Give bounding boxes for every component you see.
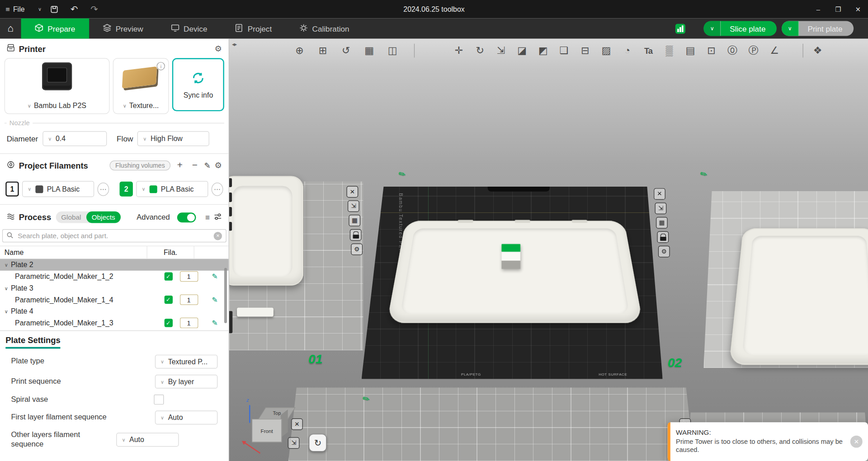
filament-number-box[interactable]: 1	[179, 294, 198, 305]
split-layout-icon[interactable]: ◫	[385, 43, 400, 58]
home-button[interactable]: ⌂	[0, 18, 21, 38]
filament-2-index[interactable]: 2	[119, 182, 132, 197]
wipe-tower-left[interactable]	[237, 308, 274, 317]
plate-02-label[interactable]: 02	[668, 355, 682, 370]
filament-edit-icon[interactable]: ✎	[204, 161, 211, 170]
plate-orient-icon[interactable]: ⇲	[348, 200, 359, 212]
move-icon[interactable]: ✛	[452, 43, 466, 58]
orientation-gizmo[interactable]: z Top Front	[246, 400, 301, 461]
plate-delete-icon[interactable]: ✕	[347, 186, 359, 198]
plate-arrange-icon[interactable]: ▦	[656, 217, 668, 229]
plate-01-label[interactable]: 01	[308, 352, 322, 367]
sync-info-button[interactable]: Sync info	[172, 58, 224, 112]
print-checkbox[interactable]: ✓	[164, 296, 172, 304]
filament-settings-gear-icon[interactable]: ⚙	[215, 160, 222, 170]
printer-settings-gear-icon[interactable]: ⚙	[215, 44, 222, 54]
table-row[interactable]: Parametric_Model_Maker_1_3 ✓ 1 ✎	[0, 317, 229, 329]
assembly-view-icon[interactable]: ❖	[811, 43, 825, 58]
global-option[interactable]: Global	[56, 213, 86, 221]
global-objects-toggle[interactable]: Global Objects	[56, 212, 121, 223]
info-icon[interactable]: i	[157, 62, 165, 70]
other-layers-sequence-select[interactable]: ∨ Auto	[116, 433, 179, 447]
print-plate-button[interactable]: ∨ Print plate	[782, 21, 854, 36]
table-row[interactable]: ∨ Plate 3	[0, 282, 229, 294]
redo-icon[interactable]: ↷	[87, 2, 101, 16]
rename-plate-icon[interactable]: ✎	[396, 168, 407, 180]
file-menu[interactable]: ≡ File ∨	[5, 5, 42, 13]
objects-option[interactable]: Objects	[86, 212, 120, 223]
split-to-objects-icon[interactable]: ⊟	[578, 43, 592, 58]
plate-delete-icon[interactable]: ✕	[654, 188, 665, 200]
measure-icon[interactable]: ∠	[767, 43, 782, 58]
paint-icon[interactable]: ✎	[212, 272, 217, 280]
print-dropdown-icon[interactable]: ∨	[782, 21, 799, 36]
filament-1-more-button[interactable]: ⋯	[97, 182, 109, 195]
plate-arrange-icon[interactable]: ▦	[349, 215, 360, 226]
tab-device[interactable]: Device	[157, 18, 221, 38]
remove-filament-button[interactable]: −	[189, 160, 200, 171]
save-project-icon[interactable]	[47, 2, 61, 16]
warning-close-icon[interactable]: ✕	[850, 436, 863, 448]
variable-layer-height-icon[interactable]: ▤	[683, 43, 698, 58]
flow-select[interactable]: ∨ High Flow	[137, 131, 209, 146]
arrange-icon[interactable]: ▦	[362, 43, 377, 58]
tab-calibration[interactable]: Calibration	[286, 18, 363, 38]
model-tray-02[interactable]	[729, 228, 868, 365]
search-bar[interactable]: ✕	[2, 229, 226, 242]
print-sequence-select[interactable]: ∨ By layer	[155, 375, 217, 389]
clone-icon[interactable]: ❏	[557, 43, 571, 58]
p-badge-icon[interactable]: Ⓟ	[746, 43, 761, 58]
chevron-down-icon[interactable]: ∨	[5, 262, 8, 268]
tab-preview[interactable]: Preview	[89, 18, 157, 38]
process-list-icon[interactable]: ≡	[205, 213, 210, 222]
print-checkbox[interactable]: ✓	[164, 272, 172, 280]
add-filament-button[interactable]: +	[174, 160, 185, 171]
zero-badge-icon[interactable]: ⓪	[725, 43, 740, 58]
filament-number-box[interactable]: 1	[179, 271, 198, 282]
plate-type-select[interactable]: ∨ Textured P...	[155, 355, 217, 369]
plate-stats-icon[interactable]	[675, 23, 687, 35]
tab-prepare[interactable]: Prepare	[21, 18, 89, 38]
paint-icon[interactable]: ✎	[212, 296, 217, 304]
rotate-icon[interactable]: ↻	[473, 43, 487, 58]
gizmo-front-face[interactable]: Front	[252, 419, 282, 442]
first-layer-sequence-select[interactable]: ∨ Auto	[155, 411, 217, 425]
search-clear-icon[interactable]: ✕	[214, 231, 222, 240]
print-checkbox[interactable]: ✓	[164, 319, 172, 327]
table-row[interactable]: Parametric_Model_Maker_1_2 ✓ 1 ✎	[0, 271, 229, 282]
support-paint-icon[interactable]: ▨	[599, 43, 613, 58]
add-plate-icon[interactable]: ⊞	[316, 43, 330, 58]
build-plate-bottom[interactable]	[288, 387, 694, 461]
table-row[interactable]: Parametric_Model_Maker_1_4 ✓ 1 ✎	[0, 294, 229, 306]
seam-paint-icon[interactable]: ◔	[620, 43, 634, 58]
plate-settings-icon[interactable]: ⚙	[351, 244, 363, 255]
tab-project[interactable]: Project	[221, 18, 286, 38]
diameter-select[interactable]: ∨ 0.4	[42, 131, 107, 146]
paint-icon[interactable]: ✎	[212, 319, 217, 327]
table-row[interactable]: ∨ Plate 4	[0, 306, 229, 317]
plate-sync-spinner-icon[interactable]: ↻	[309, 434, 326, 452]
gizmo-top-face[interactable]: Top	[258, 407, 296, 419]
minimize-button[interactable]: –	[808, 0, 828, 18]
text-tool-icon[interactable]: Ta	[641, 43, 656, 58]
model-left-partial[interactable]	[229, 176, 303, 285]
filament-2-select[interactable]: ∨ PLA Basic	[136, 181, 208, 197]
table-row[interactable]: ∨ Plate 2	[0, 259, 229, 271]
add-object-icon[interactable]: ⊕	[292, 43, 307, 58]
flatten-icon[interactable]: ◪	[515, 43, 529, 58]
cut-icon[interactable]: ◩	[536, 43, 550, 58]
plate-orient-icon[interactable]: ⇲	[655, 202, 667, 214]
filament-1-index[interactable]: 1	[5, 182, 19, 197]
flushing-volumes-button[interactable]: Flushing volumes	[110, 160, 170, 170]
plate-settings-icon[interactable]: ⚙	[658, 246, 670, 258]
filament-number-box[interactable]: 1	[179, 318, 198, 328]
scale-icon[interactable]: ⇲	[494, 43, 508, 58]
fuzzy-skin-icon[interactable]: ▒	[662, 43, 676, 58]
undo-icon[interactable]: ↶	[67, 2, 81, 16]
viewport-3d[interactable]: ◂▸ ⊕ ⊞ ↺ ▦ ◫ ✛ ↻ ⇲ ◪ ◩ ❏ ⊟ ▨ ◔ Ta ▒	[229, 39, 868, 461]
spiral-vase-checkbox[interactable]	[154, 395, 164, 405]
model-tray-01[interactable]	[387, 221, 643, 323]
process-tune-icon[interactable]	[214, 212, 222, 222]
printer-select-card[interactable]: ∨ Bambu Lab P2S	[5, 58, 109, 114]
search-input[interactable]	[17, 231, 211, 240]
